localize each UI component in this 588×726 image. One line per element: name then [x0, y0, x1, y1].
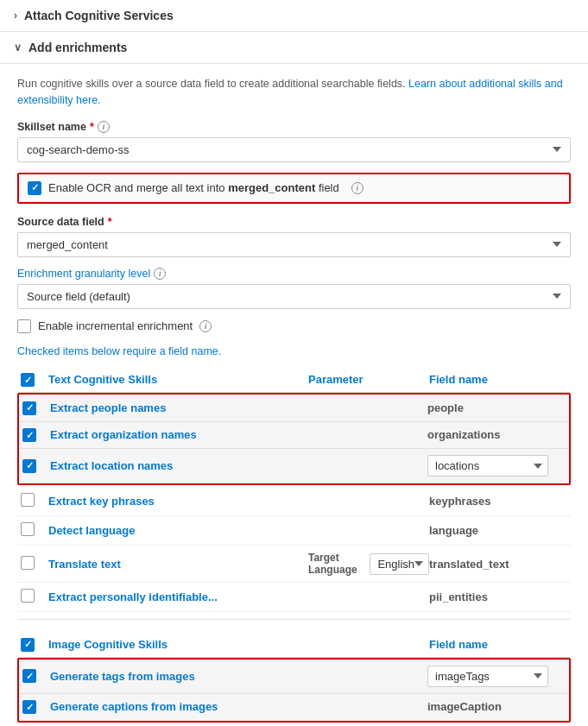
table-row: Extract key phrases keyphrases: [17, 487, 571, 516]
description-text: Run cognitive skills over a source data …: [17, 76, 571, 109]
table-row: Translate text Target Language English t…: [17, 546, 571, 583]
translate-skill-label: Translate text: [48, 558, 121, 571]
attach-cognitive-services-title: Attach Cognitive Services: [24, 9, 174, 22]
org-checkbox[interactable]: [22, 428, 36, 442]
ocr-info-icon[interactable]: i: [351, 182, 364, 194]
text-skills-red-group: Extract people names people Extract orga…: [17, 393, 571, 485]
people-checkbox[interactable]: [22, 401, 36, 415]
ocr-checkbox[interactable]: [28, 181, 41, 195]
chevron-icon: ›: [14, 9, 17, 22]
image-skills-col1: Image Cognitive Skills: [48, 638, 308, 651]
table-row: Generate tags from images imageTags: [19, 660, 569, 694]
table-row: Detect language language: [17, 516, 571, 546]
image-skills-red-group: Generate tags from images imageTags Gene…: [17, 658, 571, 723]
imagetags-field-select[interactable]: imageTags: [427, 666, 548, 687]
imagetags-checkbox[interactable]: [22, 669, 36, 683]
source-data-select[interactable]: merged_content: [17, 232, 571, 257]
imagetags-skill-label: Generate tags from images: [50, 670, 195, 683]
org-field-value: organizations: [427, 428, 501, 441]
pii-field-value: pii_entities: [429, 590, 488, 603]
add-enrichments-body: Run cognitive skills over a source data …: [0, 64, 588, 726]
skillset-label: Skillset name * i: [17, 121, 571, 133]
table-row: Extract people names people: [19, 395, 569, 422]
text-skills-col1: Text Cognitive Skills: [48, 373, 308, 386]
table-row: Extract organization names organizations: [19, 422, 569, 450]
pii-checkbox[interactable]: [21, 589, 35, 603]
source-data-label: Source data field *: [17, 216, 571, 228]
attach-cognitive-services-header[interactable]: › Attach Cognitive Services: [0, 0, 588, 32]
incremental-enrichment-row: Enable incremental enrichment i: [17, 319, 571, 333]
enrichment-info-icon[interactable]: i: [154, 268, 166, 280]
keyphrases-checkbox[interactable]: [21, 493, 35, 507]
translate-field-value: translated_text: [429, 558, 509, 571]
imagecaption-checkbox[interactable]: [22, 700, 36, 714]
source-data-required: *: [108, 216, 112, 228]
skillset-required: *: [90, 121, 94, 133]
location-field-select[interactable]: locations: [427, 455, 548, 477]
people-field-value: people: [427, 401, 464, 414]
table-row: Extract personally identifiable... pii_e…: [17, 583, 571, 612]
people-skill-label: Extract people names: [50, 401, 166, 414]
location-checkbox[interactable]: [22, 459, 36, 473]
image-skills-col3: Field name: [429, 638, 567, 651]
translate-param-label: Target Language: [308, 552, 366, 576]
text-skills-header-checkbox[interactable]: [21, 373, 35, 387]
language-select[interactable]: English: [370, 553, 429, 575]
text-skills-col2: Parameter: [308, 373, 429, 386]
add-enrichments-chevron: ∨: [14, 41, 22, 54]
table-row: Generate captions from images imageCapti…: [19, 694, 569, 722]
image-skills-header: Image Cognitive Skills Field name: [17, 632, 571, 658]
location-skill-label: Extract location names: [50, 459, 173, 472]
enrichment-granularity-select[interactable]: Source field (default): [17, 284, 571, 309]
text-skills-header: Text Cognitive Skills Parameter Field na…: [17, 368, 571, 394]
enrichment-granularity-label: Enrichment granularity level i: [17, 268, 571, 280]
skillset-select[interactable]: cog-search-demo-ss: [17, 137, 571, 162]
incremental-enrichment-label: Enable incremental enrichment: [38, 319, 193, 332]
language-skill-label: Detect language: [48, 524, 135, 537]
add-enrichments-header[interactable]: ∨ Add enrichments: [0, 32, 588, 64]
incremental-info-icon[interactable]: i: [199, 320, 212, 332]
table-row: Extract location names locations: [19, 449, 569, 483]
org-skill-label: Extract organization names: [50, 428, 197, 441]
pii-skill-label: Extract personally identifiable...: [48, 590, 218, 603]
section-divider: [17, 619, 571, 620]
keyphrases-field-value: keyphrases: [429, 495, 491, 508]
ocr-box: Enable OCR and merge all text into merge…: [17, 173, 571, 204]
keyphrases-skill-label: Extract key phrases: [48, 495, 155, 508]
incremental-enrichment-checkbox[interactable]: [17, 319, 31, 333]
add-enrichments-section: ∨ Add enrichments Run cognitive skills o…: [0, 32, 588, 726]
ocr-text: Enable OCR and merge all text into merge…: [48, 181, 339, 194]
skillset-info-icon[interactable]: i: [98, 121, 110, 133]
add-enrichments-title: Add enrichments: [28, 41, 127, 54]
image-skills-header-checkbox[interactable]: [21, 638, 35, 652]
language-field-value: language: [429, 524, 478, 537]
checked-items-text: Checked items below require a field name…: [17, 345, 571, 357]
translate-checkbox[interactable]: [21, 556, 35, 570]
imagecaption-field-value: imageCaption: [427, 700, 502, 713]
language-checkbox[interactable]: [21, 522, 35, 536]
text-skills-col3: Field name: [429, 373, 567, 386]
imagecaption-skill-label: Generate captions from images: [50, 700, 218, 713]
